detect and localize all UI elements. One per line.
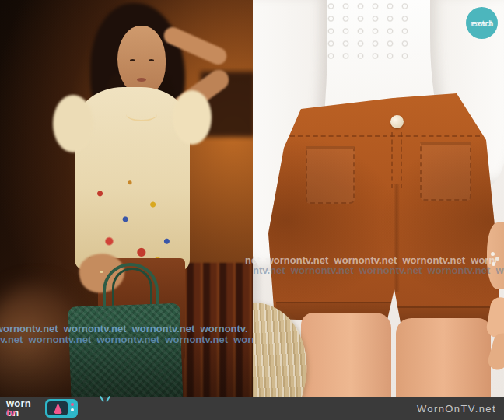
- watermark-row: wornontv.net wornontv.net wornontv.net w…: [0, 323, 248, 334]
- exact-match-badge: exact match: [466, 7, 498, 39]
- wornontv-logo[interactable]: wornon tv: [6, 399, 47, 408]
- left-photo-tv-scene[interactable]: [0, 0, 253, 420]
- lips: [137, 78, 146, 82]
- tv-knob-bottom: [71, 408, 74, 411]
- tv-antenna-right: [106, 396, 110, 402]
- logo-word-tv: tv: [6, 408, 16, 418]
- woman-face: [117, 26, 166, 96]
- ring: [100, 271, 103, 273]
- eye-right: [149, 59, 154, 61]
- badge-line2: match: [471, 19, 494, 28]
- patch-pocket-right: [420, 142, 471, 201]
- necklace: [126, 107, 157, 121]
- center-crease-shadow: [394, 184, 400, 292]
- composite-image: exact match wornontv.net wornontv.net wo…: [0, 0, 504, 420]
- right-photo-product[interactable]: [253, 0, 504, 397]
- tv-icon[interactable]: [45, 399, 78, 418]
- tv-screen: [47, 401, 68, 415]
- tv-antenna-left: [100, 396, 104, 402]
- watermark-row: v.net wornontv.net wornontv.net wornontv…: [0, 334, 253, 345]
- waistband-stitch: [290, 134, 480, 137]
- product-shorts: [267, 90, 502, 327]
- shorts-button: [390, 115, 404, 128]
- tv-knob-top: [71, 403, 74, 406]
- bag-handle-inner: [112, 268, 152, 308]
- patch-pocket-left: [306, 146, 355, 204]
- watermark-row: ntv.net wornontv.net wornontv.net wornon…: [253, 264, 504, 276]
- fly-stitching: [391, 132, 402, 188]
- eye-left: [130, 59, 135, 61]
- dress-icon: [54, 404, 62, 414]
- footer-bar: wornon tv WornOnTV.net: [0, 397, 504, 420]
- site-name-label: WornOnTV.net: [417, 403, 496, 415]
- model-leg-right: [396, 318, 491, 397]
- model-leg-left: [301, 313, 391, 397]
